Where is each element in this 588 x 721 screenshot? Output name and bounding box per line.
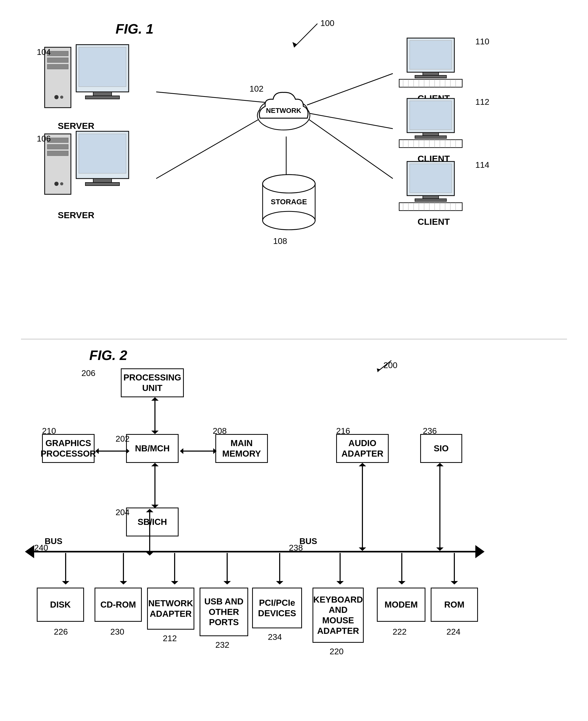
ref-210: 210 <box>42 426 56 436</box>
svg-point-20 <box>262 175 315 193</box>
svg-rect-75 <box>410 164 452 193</box>
svg-rect-29 <box>79 47 126 87</box>
svg-rect-34 <box>47 144 68 149</box>
ref-226: 226 <box>54 627 68 637</box>
svg-rect-41 <box>85 183 120 186</box>
server2 <box>42 129 152 209</box>
ref-108: 108 <box>273 236 287 246</box>
svg-text:NETWORK: NETWORK <box>266 107 301 114</box>
network-adapter-box: NETWORK ADAPTER <box>147 588 194 630</box>
ref-234: 234 <box>268 632 282 642</box>
rom-down-arrow <box>446 552 465 588</box>
svg-marker-118 <box>120 581 127 585</box>
bus1-label: BUS <box>45 536 63 546</box>
ref-106: 106 <box>37 134 51 144</box>
modem-down-arrow <box>394 552 412 588</box>
svg-rect-45 <box>415 76 446 78</box>
ref-216: 216 <box>336 426 350 436</box>
network-adapter-down-arrow <box>167 552 185 588</box>
svg-rect-43 <box>410 40 452 69</box>
nbmch-sbich-arrow <box>147 462 168 511</box>
svg-marker-132 <box>377 368 380 372</box>
audio-bus-arrow <box>355 462 373 553</box>
svg-line-7 <box>307 118 393 178</box>
server1 <box>42 42 152 122</box>
fig2-diagram: FIG. 2 200 PROCESSING UNIT 206 NB/MCH 20… <box>21 345 567 699</box>
svg-point-27 <box>60 96 63 99</box>
storage-cylinder: STORAGE <box>257 173 320 232</box>
svg-marker-126 <box>336 581 344 585</box>
svg-rect-60 <box>423 133 439 136</box>
ref-222: 222 <box>393 627 406 637</box>
svg-marker-120 <box>171 581 178 585</box>
svg-line-5 <box>307 73 393 105</box>
svg-rect-78 <box>399 203 462 211</box>
ref-200: 200 <box>383 360 397 370</box>
svg-marker-116 <box>62 581 69 585</box>
svg-marker-128 <box>398 581 405 585</box>
section-divider <box>21 339 567 339</box>
processing-unit-box: PROCESSING UNIT <box>121 368 184 397</box>
svg-rect-44 <box>423 72 439 76</box>
svg-line-6 <box>307 113 393 129</box>
svg-point-37 <box>60 182 63 185</box>
server2-label: SERVER <box>58 210 94 220</box>
ref-232: 232 <box>215 640 229 650</box>
ref-110: 110 <box>475 37 489 46</box>
svg-rect-30 <box>93 92 112 96</box>
ref-230: 230 <box>110 627 124 637</box>
cdrom-down-arrow <box>115 552 134 588</box>
svg-marker-122 <box>224 581 231 585</box>
svg-marker-110 <box>359 463 366 466</box>
svg-rect-62 <box>399 140 462 148</box>
svg-marker-124 <box>276 581 284 585</box>
svg-rect-61 <box>415 136 446 139</box>
client2 <box>394 97 467 151</box>
svg-line-2 <box>156 92 266 102</box>
fig1-diagram: FIG. 1 100 <box>21 16 567 318</box>
svg-marker-113 <box>436 463 444 466</box>
svg-rect-46 <box>399 79 462 87</box>
ref-202: 202 <box>115 434 129 444</box>
keyboard-down-arrow <box>332 552 351 588</box>
ref-220: 220 <box>330 647 343 656</box>
svg-line-3 <box>156 115 266 178</box>
ref-206: 206 <box>81 368 95 378</box>
nbmch-memory-arrow <box>178 445 220 458</box>
svg-marker-108 <box>146 552 153 556</box>
ref-100: 100 <box>320 18 334 28</box>
svg-rect-59 <box>410 101 452 130</box>
svg-point-36 <box>54 182 59 186</box>
svg-rect-77 <box>415 199 446 202</box>
usb-box: USB AND OTHER PORTS <box>200 588 248 636</box>
svg-rect-25 <box>47 64 68 69</box>
svg-rect-31 <box>85 96 120 99</box>
svg-rect-39 <box>79 134 126 173</box>
sb-ich-box: SB/ICH <box>126 508 178 536</box>
ref-208: 208 <box>213 426 227 436</box>
ref-112: 112 <box>475 97 489 107</box>
svg-point-19 <box>262 211 315 230</box>
proc-nbmch-arrow <box>147 396 168 438</box>
disk-down-arrow <box>58 552 76 588</box>
cdrom-box: CD-ROM <box>94 588 142 622</box>
pci-box: PCI/PCIe DEVICES <box>252 588 302 628</box>
svg-rect-35 <box>47 151 68 156</box>
svg-marker-1 <box>293 42 297 47</box>
bus2-label: BUS <box>299 536 317 546</box>
svg-marker-130 <box>450 581 458 585</box>
ref-102: 102 <box>250 84 264 94</box>
svg-line-0 <box>294 24 317 47</box>
svg-point-26 <box>54 95 59 99</box>
client3 <box>394 160 467 214</box>
pci-down-arrow <box>272 552 290 588</box>
svg-marker-94 <box>151 431 159 434</box>
svg-marker-102 <box>151 463 159 466</box>
svg-marker-111 <box>359 548 366 551</box>
ref-104: 104 <box>37 47 51 57</box>
modem-box: MODEM <box>377 588 425 622</box>
ref-204: 204 <box>115 508 129 517</box>
sio-box: SIO <box>420 434 462 463</box>
svg-rect-40 <box>93 178 112 183</box>
ref-212: 212 <box>163 634 177 643</box>
